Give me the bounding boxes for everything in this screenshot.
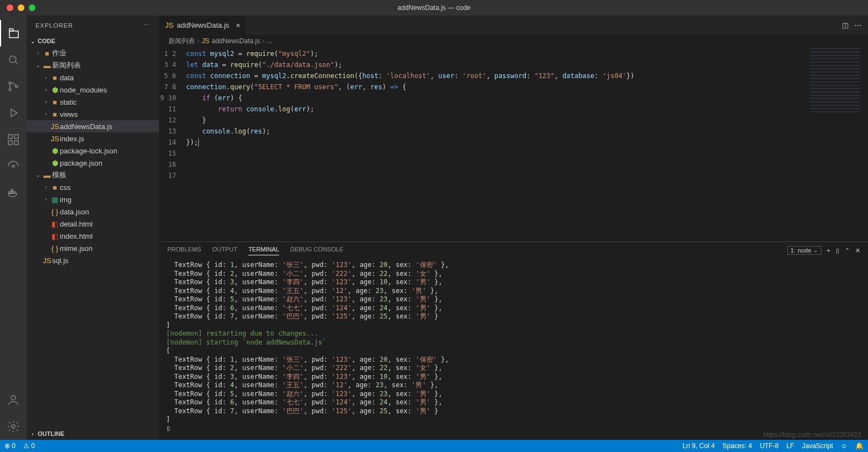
file-tree-item[interactable]: ›⬢node_modules [27, 84, 159, 96]
folder-icon: ■ [50, 110, 60, 119]
sidebar: EXPLORER ⋯ ⌄CODE ›■作业⌄▬新闻列表›■data›⬢node_… [27, 16, 160, 440]
minimap[interactable] [810, 48, 860, 115]
file-tree-item[interactable]: { }data.json [27, 206, 159, 218]
chevron-icon: › [42, 99, 50, 105]
file-tree-item[interactable]: JSindex.js [27, 132, 159, 145]
chevron-icon: › [34, 50, 42, 56]
file-tree-label: 作业 [52, 48, 66, 58]
folder-open-icon: ▬ [42, 61, 52, 70]
chevron-icon: › [42, 197, 50, 202]
breadcrumb-item[interactable]: ... [266, 37, 272, 45]
file-tree-label: mime.json [60, 244, 93, 253]
file-tree-item[interactable]: ⬢package-lock.json [27, 145, 159, 157]
file-tree-label: data [60, 74, 74, 82]
file-tree-item[interactable]: ›■data [27, 71, 159, 84]
sidebar-title: EXPLORER [35, 22, 73, 29]
file-tree-label: package.json [60, 159, 102, 167]
file-tree-label: static [60, 98, 76, 106]
breadcrumb-item[interactable]: addNewsData.js [212, 37, 260, 45]
file-tree-label: addNewsData.js [60, 122, 112, 131]
terminal-shell-select[interactable]: 1: node ⌄ [787, 246, 821, 255]
window-close-button[interactable] [7, 4, 13, 11]
titlebar: addNewsData.js — code [0, 0, 868, 16]
tree-section-label: OUTLINE [38, 430, 64, 437]
status-cursor-position[interactable]: Ln 9, Col 4 [682, 442, 715, 450]
js-icon: JS [50, 122, 60, 131]
terminal-output[interactable]: TextRow { id: 1, userName: '张三', pwd: '1… [160, 259, 868, 440]
file-tree-item[interactable]: ⬢package.json [27, 157, 159, 169]
tree-section-outline[interactable]: ›OUTLINE [27, 428, 159, 440]
svg-rect-6 [8, 141, 12, 145]
settings-gear-icon[interactable] [0, 413, 27, 440]
explorer-icon[interactable] [0, 20, 27, 47]
statusbar: ⊗ 0 ⚠ 0 Ln 9, Col 4 Spaces: 4 UTF-8 LF J… [0, 440, 868, 452]
window-maximize-button[interactable] [29, 4, 35, 11]
file-tree-label: 模板 [52, 170, 66, 180]
docker-icon[interactable] [0, 179, 27, 206]
svg-point-1 [9, 82, 11, 84]
file-tree-item[interactable]: JSaddNewsData.js [27, 120, 159, 132]
tab-close-icon[interactable]: × [236, 21, 240, 30]
status-errors[interactable]: ⊗ 0 [4, 442, 16, 450]
editor-tab[interactable]: JS addNewsData.js × [160, 16, 246, 35]
split-editor-icon[interactable]: ◫ [842, 21, 849, 29]
code-editor[interactable]: 1 2 3 4 5 6 7 8 9 10 11 12 13 14 15 16 1… [160, 47, 868, 242]
tree-section-code[interactable]: ⌄CODE [27, 35, 159, 47]
window-minimize-button[interactable] [18, 4, 24, 11]
file-tree: ›■作业⌄▬新闻列表›■data›⬢node_modules›■static›■… [27, 47, 159, 428]
file-tree-item[interactable]: { }mime.json [27, 242, 159, 254]
file-tree-item[interactable]: ◧detail.html [27, 218, 159, 230]
source-control-icon[interactable] [0, 73, 27, 100]
file-tree-item[interactable]: ⌄▬模板 [27, 169, 159, 181]
panel-tab-problems[interactable]: PROBLEMS [167, 246, 201, 255]
svg-point-13 [11, 396, 16, 400]
file-tree-item[interactable]: ›■views [27, 108, 159, 120]
search-icon[interactable] [0, 47, 27, 73]
chevron-icon: › [42, 111, 50, 117]
sidebar-more-icon[interactable]: ⋯ [143, 22, 150, 29]
img-icon: ▦ [50, 196, 60, 204]
status-feedback-icon[interactable]: ☺ [841, 442, 848, 450]
svg-rect-12 [11, 189, 13, 191]
file-tree-item[interactable]: ⌄▬新闻列表 [27, 59, 159, 71]
folder-icon: ■ [50, 74, 60, 82]
panel-tab-debug[interactable]: DEBUG CONSOLE [290, 246, 343, 255]
run-debug-icon[interactable] [0, 100, 27, 126]
close-panel-icon[interactable]: ✕ [855, 247, 860, 254]
split-terminal-icon[interactable]: ▯ [836, 247, 839, 254]
window-title: addNewsData.js — code [397, 4, 470, 12]
file-tree-item[interactable]: ◧index.html [27, 230, 159, 242]
svg-point-2 [9, 89, 11, 91]
chevron-icon: › [42, 184, 50, 190]
file-tree-item[interactable]: ›■作业 [27, 47, 159, 59]
status-eol[interactable]: LF [787, 442, 794, 450]
maximize-panel-icon[interactable]: ⌃ [845, 247, 850, 254]
panel-tab-terminal[interactable]: TERMINAL [248, 246, 279, 255]
json-icon: { } [50, 208, 60, 216]
breadcrumb-item[interactable]: 新闻列表 [168, 37, 195, 46]
status-language[interactable]: JavaScript [802, 442, 833, 450]
tree-section-label: CODE [38, 38, 55, 44]
status-encoding[interactable]: UTF-8 [760, 442, 779, 450]
svg-point-0 [9, 56, 16, 63]
file-tree-label: node_modules [60, 86, 107, 94]
file-tree-item[interactable]: ›▦img [27, 193, 159, 206]
file-tree-label: css [60, 183, 71, 192]
breadcrumbs[interactable]: 新闻列表 › JS addNewsData.js › ... [160, 35, 868, 47]
account-icon[interactable] [0, 387, 27, 413]
status-indentation[interactable]: Spaces: 4 [722, 442, 752, 450]
editor-more-icon[interactable]: ⋯ [854, 21, 861, 29]
status-notifications-icon[interactable]: 🔔 [855, 442, 864, 450]
traffic-lights [0, 4, 35, 11]
new-terminal-icon[interactable]: + [827, 247, 830, 254]
file-tree-item[interactable]: ›■static [27, 96, 159, 108]
svg-rect-5 [14, 135, 18, 138]
extensions-icon[interactable] [0, 126, 27, 153]
file-tree-item[interactable]: ›■css [27, 181, 159, 193]
file-tree-label: detail.html [60, 220, 93, 228]
status-warnings[interactable]: ⚠ 0 [23, 442, 35, 450]
remote-icon[interactable] [0, 153, 27, 179]
chevron-icon: ⌄ [34, 172, 42, 178]
file-tree-item[interactable]: JSsql.js [27, 254, 159, 266]
panel-tab-output[interactable]: OUTPUT [212, 246, 237, 255]
